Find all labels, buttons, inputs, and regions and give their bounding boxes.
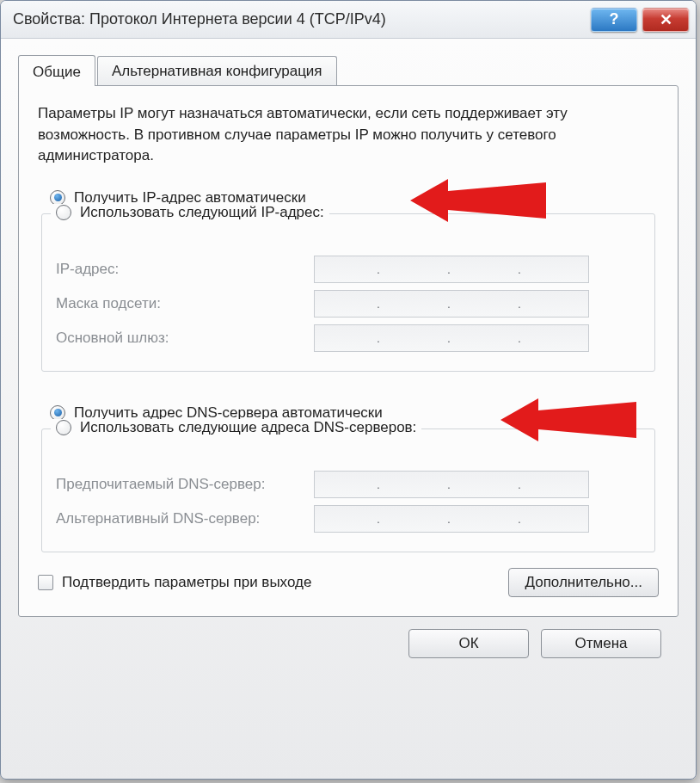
help-icon: ? <box>610 10 619 28</box>
dns-preferred-label: Предпочитаемый DNS-сервер: <box>56 476 314 493</box>
group-dns-manual: Использовать следующие адреса DNS-сервер… <box>41 428 655 552</box>
tab-alt-config[interactable]: Альтернативная конфигурация <box>97 56 337 85</box>
hint-text: Параметры IP могут назначаться автоматич… <box>38 103 659 167</box>
field-dns-alternate: Альтернативный DNS-сервер: ... <box>56 505 641 533</box>
titlebar: Свойства: Протокол Интернета версии 4 (T… <box>1 1 696 39</box>
ip-address-label: IP-адрес: <box>56 261 314 278</box>
default-gateway-label: Основной шлюз: <box>56 330 314 347</box>
dns-alternate-input[interactable]: ... <box>314 505 589 533</box>
radio-icon <box>56 420 71 435</box>
cancel-button[interactable]: Отмена <box>541 629 661 658</box>
panel-bottom-row: Подтвердить параметры при выходе Дополни… <box>38 568 659 597</box>
group-ip-manual: Использовать следующий IP-адрес: IP-адре… <box>41 213 655 372</box>
radio-dns-manual-label: Использовать следующие адреса DNS-сервер… <box>80 419 416 436</box>
radio-icon <box>56 205 71 220</box>
dns-alternate-label: Альтернативный DNS-сервер: <box>56 510 314 527</box>
subnet-mask-input[interactable]: ... <box>314 290 589 318</box>
dialog-button-row: ОК Отмена <box>18 617 679 665</box>
radio-dns-manual[interactable]: Использовать следующие адреса DNS-сервер… <box>51 419 421 436</box>
field-dns-preferred: Предпочитаемый DNS-сервер: ... <box>56 471 641 498</box>
close-button[interactable]: ✕ <box>642 8 689 32</box>
validate-label: Подтвердить параметры при выходе <box>62 574 508 591</box>
field-subnet-mask: Маска подсети: ... <box>56 290 641 318</box>
help-button[interactable]: ? <box>591 8 637 32</box>
default-gateway-input[interactable]: ... <box>314 324 589 352</box>
tab-panel-general: Параметры IP могут назначаться автоматич… <box>18 85 679 617</box>
client-area: Общие Альтернативная конфигурация Параме… <box>1 39 696 679</box>
validate-checkbox[interactable] <box>38 575 53 590</box>
field-ip-address: IP-адрес: ... <box>56 256 641 283</box>
radio-ip-manual[interactable]: Использовать следующий IP-адрес: <box>51 204 329 221</box>
radio-ip-manual-label: Использовать следующий IP-адрес: <box>80 204 324 221</box>
dns-preferred-input[interactable]: ... <box>314 471 589 498</box>
ip-address-input[interactable]: ... <box>314 256 589 283</box>
tabstrip: Общие Альтернативная конфигурация <box>18 54 679 85</box>
close-icon: ✕ <box>660 10 672 29</box>
dialog-window: Свойства: Протокол Интернета версии 4 (T… <box>0 0 697 780</box>
tab-general[interactable]: Общие <box>18 55 95 86</box>
advanced-button[interactable]: Дополнительно... <box>508 568 659 597</box>
field-default-gateway: Основной шлюз: ... <box>56 324 641 352</box>
window-title: Свойства: Протокол Интернета версии 4 (T… <box>13 10 586 28</box>
subnet-mask-label: Маска подсети: <box>56 295 314 312</box>
ok-button[interactable]: ОК <box>408 629 529 658</box>
